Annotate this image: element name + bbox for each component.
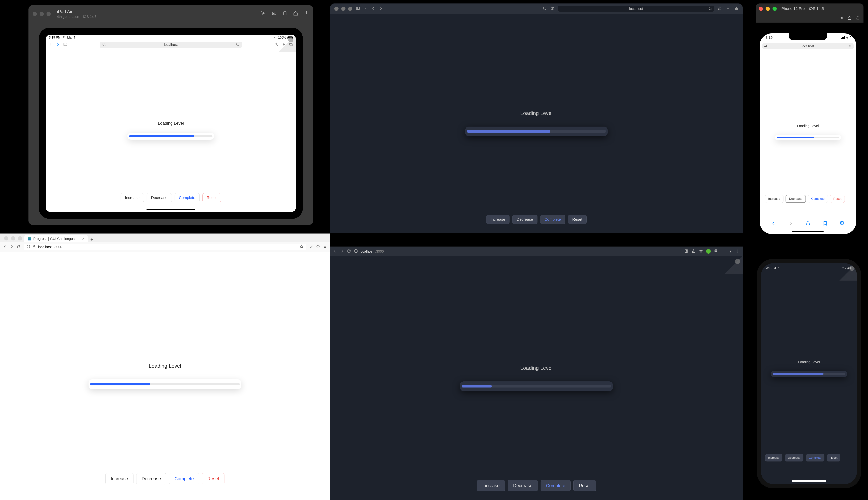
bookmark-star-icon[interactable] — [699, 249, 703, 254]
decrease-button[interactable]: Decrease — [136, 473, 166, 484]
nav-back-icon[interactable] — [3, 245, 7, 249]
window-zoom-icon[interactable] — [47, 12, 51, 16]
home-icon[interactable] — [293, 11, 298, 17]
chevron-down-icon[interactable] — [364, 6, 368, 11]
window-minimize-icon[interactable] — [341, 7, 345, 11]
nav-back-icon[interactable] — [49, 42, 53, 47]
sidebar-icon[interactable] — [63, 42, 67, 47]
increase-button[interactable]: Increase — [486, 215, 510, 224]
increase-button[interactable]: Increase — [477, 480, 505, 491]
nav-forward-icon[interactable] — [340, 249, 344, 254]
share-icon[interactable] — [304, 11, 309, 17]
chrome-url-field[interactable]: localhost:3000 — [354, 248, 682, 254]
screenshot-icon[interactable] — [839, 16, 843, 21]
reset-button[interactable]: Reset — [827, 454, 841, 462]
pointer-icon[interactable] — [261, 11, 266, 17]
browser-tab[interactable]: Progress | GUI Challenges ✕ — [24, 235, 88, 242]
nav-forward-icon[interactable] — [379, 6, 383, 11]
reset-button[interactable]: Reset — [573, 480, 596, 491]
increase-button[interactable]: Increase — [121, 193, 144, 202]
window-close-icon[interactable] — [334, 7, 339, 11]
complete-button[interactable]: Complete — [808, 195, 828, 203]
shield-icon[interactable] — [26, 245, 30, 249]
window-close-icon[interactable] — [758, 7, 763, 11]
screenshot-icon[interactable] — [272, 11, 277, 17]
rotate-icon[interactable] — [282, 11, 287, 17]
increase-button[interactable]: Increase — [765, 454, 783, 462]
nav-back-icon[interactable] — [333, 249, 337, 254]
home-icon[interactable] — [847, 16, 852, 21]
reload-icon[interactable] — [17, 245, 21, 249]
new-tab-icon[interactable] — [726, 6, 730, 11]
menu-icon[interactable] — [323, 245, 327, 249]
nav-forward-icon[interactable] — [10, 245, 14, 249]
home-indicator[interactable] — [792, 231, 824, 232]
devtools-icon[interactable] — [316, 245, 320, 249]
window-minimize-icon[interactable] — [766, 7, 770, 11]
bookmarks-icon[interactable] — [823, 221, 828, 227]
extensions-icon[interactable] — [714, 249, 718, 254]
firefox-tabbar: Progress | GUI Challenges ✕ + — [0, 234, 330, 242]
nav-back-icon[interactable] — [371, 6, 375, 11]
nav-back-icon[interactable] — [771, 221, 776, 227]
tabs-icon[interactable] — [840, 221, 845, 227]
complete-button[interactable]: Complete — [806, 454, 824, 462]
install-icon[interactable] — [684, 249, 688, 254]
increase-button[interactable]: Increase — [765, 195, 784, 203]
window-minimize-icon[interactable] — [39, 12, 44, 16]
complete-button[interactable]: Complete — [169, 473, 199, 484]
increase-button[interactable]: Increase — [105, 473, 134, 484]
complete-button[interactable]: Complete — [540, 480, 571, 491]
decrease-button[interactable]: Decrease — [786, 195, 806, 203]
home-indicator[interactable] — [147, 209, 195, 210]
window-minimize-icon[interactable] — [11, 236, 15, 240]
lock-icon[interactable] — [32, 245, 36, 249]
window-zoom-icon[interactable] — [348, 7, 352, 11]
share-icon[interactable] — [692, 249, 696, 254]
window-zoom-icon[interactable] — [18, 236, 22, 240]
safari-url-field[interactable]: localhost — [558, 6, 714, 12]
ipad-url-field[interactable]: AA localhost — [100, 42, 242, 48]
complete-button[interactable]: Complete — [540, 215, 565, 224]
share-icon[interactable] — [718, 6, 722, 11]
new-tab-button[interactable]: + — [88, 237, 95, 242]
nav-forward-icon[interactable] — [788, 221, 793, 227]
firefox-url-field[interactable]: localhost:3000 — [24, 244, 306, 250]
iphone-url-field[interactable]: AA localhost — [762, 43, 854, 49]
reader-aa-icon[interactable]: AA — [102, 43, 105, 46]
window-zoom-icon[interactable] — [773, 7, 777, 11]
decrease-button[interactable]: Decrease — [785, 454, 803, 462]
decrease-button[interactable]: Decrease — [512, 215, 537, 224]
menu-dots-icon[interactable] — [736, 249, 740, 254]
tabs-icon[interactable] — [734, 6, 739, 11]
decrease-button[interactable]: Decrease — [508, 480, 538, 491]
complete-button[interactable]: Complete — [174, 193, 199, 202]
share-icon[interactable] — [805, 221, 811, 227]
appearance-icon[interactable] — [550, 6, 555, 11]
assistant-icon[interactable] — [728, 249, 733, 254]
eyedropper-icon[interactable] — [309, 245, 313, 249]
reader-aa-icon[interactable]: AA — [764, 45, 767, 48]
nav-forward-icon[interactable] — [56, 42, 60, 47]
decrease-button[interactable]: Decrease — [147, 193, 172, 202]
reload-icon[interactable] — [236, 42, 240, 47]
reset-button[interactable]: Reset — [830, 195, 845, 203]
reload-icon[interactable] — [849, 44, 852, 48]
android-nav-indicator[interactable] — [792, 480, 826, 481]
share-icon[interactable] — [274, 42, 278, 47]
reading-list-icon[interactable] — [721, 249, 725, 254]
reset-button[interactable]: Reset — [202, 473, 225, 484]
window-close-icon[interactable] — [33, 12, 37, 16]
tab-close-icon[interactable]: ✕ — [82, 237, 84, 241]
reset-button[interactable]: Reset — [568, 215, 586, 224]
reset-button[interactable]: Reset — [203, 193, 221, 202]
reload-icon[interactable] — [347, 249, 351, 254]
info-icon[interactable] — [354, 249, 358, 254]
reload-icon[interactable] — [708, 6, 712, 11]
profile-avatar-icon[interactable] — [706, 249, 711, 254]
share-icon[interactable] — [856, 16, 860, 21]
window-close-icon[interactable] — [4, 236, 8, 240]
sidebar-icon[interactable] — [356, 6, 360, 11]
shield-icon[interactable] — [543, 6, 547, 11]
bookmark-star-icon[interactable] — [299, 245, 304, 249]
